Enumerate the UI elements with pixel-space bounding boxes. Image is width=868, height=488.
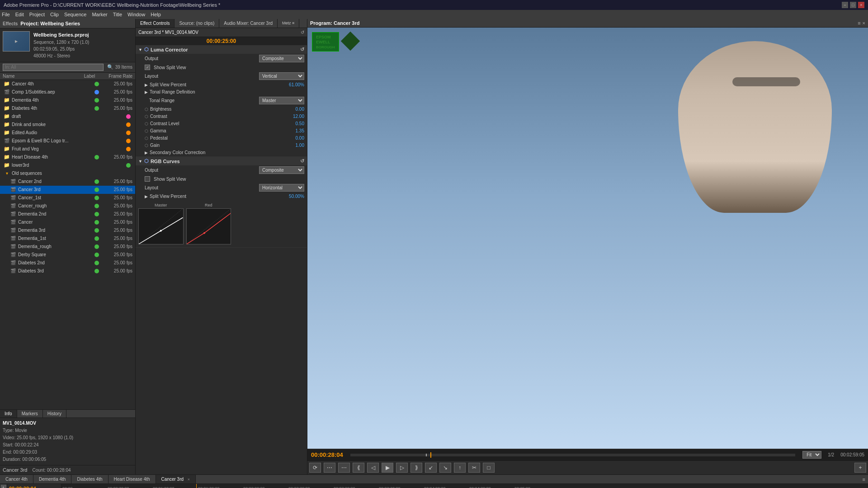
reset-icon[interactable]: ↺ — [301, 30, 304, 35]
tab-meta[interactable]: Metz ≡ — [278, 19, 299, 28]
menu-clip[interactable]: Clip — [50, 12, 59, 17]
gamma-value[interactable]: 1.35 — [277, 128, 304, 133]
menu-project[interactable]: Project — [29, 12, 45, 17]
step-forward-button[interactable]: ▷ — [396, 463, 408, 473]
program-menu-icon[interactable]: ≡ — [858, 20, 860, 26]
info-tab-info[interactable]: Info — [0, 410, 17, 418]
output-select[interactable]: Composite — [259, 55, 304, 62]
extract-button[interactable]: ✂ — [468, 463, 480, 473]
info-tab-markers[interactable]: Markers — [17, 410, 43, 418]
lift-button[interactable]: ↑ — [454, 463, 466, 473]
list-item[interactable]: 🎬Diabetes 3rd25.00 fps — [0, 267, 135, 275]
list-item[interactable]: 🎬Cancer25.00 fps — [0, 218, 135, 226]
program-close-icon[interactable]: × — [863, 20, 865, 26]
timeline-tab-cancer4[interactable]: Cancer 4th — [0, 475, 33, 483]
list-item[interactable]: 🎬Dementia 2nd25.00 fps — [0, 210, 135, 218]
timeline-playhead[interactable] — [196, 484, 197, 488]
in-point-button[interactable]: ⋯ — [324, 463, 335, 473]
maximize-button[interactable]: □ — [850, 2, 856, 8]
list-item[interactable]: 🎬Epsom & Ewell BC Logo tr... — [0, 137, 135, 145]
overwrite-button[interactable]: ↘ — [439, 463, 451, 473]
list-item[interactable]: 🎬Diabetes 2nd25.00 fps — [0, 259, 135, 267]
list-item[interactable]: 🎬Comp 1/Subtitles.aep25.00 fps — [0, 88, 135, 96]
contrast-value[interactable]: 12.00 — [277, 114, 304, 119]
rgb-reset-icon[interactable]: ↺ — [300, 158, 304, 164]
red-curve-box[interactable] — [186, 208, 231, 244]
list-item[interactable]: 📁Drink and smoke — [0, 121, 135, 129]
label-dot — [94, 155, 99, 160]
luma-reset-icon[interactable]: ↺ — [300, 47, 304, 52]
layout-select[interactable]: Vertical — [259, 72, 304, 80]
menu-title[interactable]: Title — [113, 12, 122, 17]
master-curve-box[interactable] — [138, 208, 184, 244]
list-item[interactable]: 📁Diabetes 4th25.00 fps — [0, 104, 135, 113]
list-item[interactable]: ▾Old sequences — [0, 169, 135, 178]
show-split-checkbox[interactable]: ✓ — [145, 65, 150, 70]
tab-effect-controls[interactable]: Effect Controls — [136, 19, 175, 28]
list-item[interactable]: 📁Edited Audio — [0, 129, 135, 137]
list-item[interactable]: 🎬Dementia_1st25.00 fps — [0, 235, 135, 243]
search-icon[interactable]: 🔍 — [107, 64, 113, 70]
list-item[interactable]: 🎬Dementia 3rd25.00 fps — [0, 226, 135, 235]
contrast-level-value[interactable]: 0.50 — [277, 121, 304, 126]
menu-marker[interactable]: Marker — [92, 12, 107, 17]
close-button[interactable]: × — [858, 2, 864, 8]
secondary-color-label: ▶ Secondary Color Correction — [145, 150, 304, 155]
info-tab-history[interactable]: History — [43, 410, 66, 418]
list-item[interactable]: 📁draft — [0, 113, 135, 121]
pedestal-value[interactable]: 0.00 — [277, 136, 304, 141]
timeline-tab-dementia4[interactable]: Dementia 4th — [33, 475, 71, 483]
play-button[interactable]: ▶ — [382, 463, 393, 473]
rewind-button[interactable]: ⟪ — [353, 463, 364, 473]
luma-corrector-header[interactable]: ▼ ⬡ Luma Corrector ↺ — [136, 45, 307, 54]
step-back-button[interactable]: ◁ — [367, 463, 379, 473]
minimize-button[interactable]: − — [842, 2, 848, 8]
list-item[interactable]: 🎬Cancer_1st25.00 fps — [0, 194, 135, 202]
timeline-tab-heartdisease4[interactable]: Heart Disease 4th — [108, 475, 156, 483]
timeline-menu-icon[interactable]: ≡ — [863, 477, 865, 482]
rgb-layout-select[interactable]: Horizontal — [259, 184, 304, 192]
list-item[interactable]: 📁Fruit and Veg — [0, 145, 135, 153]
menu-edit[interactable]: Edit — [15, 12, 24, 17]
tonal-range-select[interactable]: Master — [259, 97, 304, 104]
tonal-range-def-label: ▶ Tonal Range Definition — [145, 89, 304, 94]
list-item[interactable]: 📁Dementia 4th25.00 fps — [0, 96, 135, 104]
rgb-split-pct-value[interactable]: 50.00% — [277, 194, 304, 199]
list-item[interactable]: 🎬Cancer 3rd25.00 fps — [0, 186, 135, 194]
rgb-curves-header[interactable]: ▼ ⬡ RGB Curves ↺ — [136, 157, 307, 165]
list-item[interactable]: 🎬Derby Square25.00 fps — [0, 251, 135, 259]
menu-sequence[interactable]: Sequence — [64, 12, 87, 17]
list-item[interactable]: 🎬Cancer_rough25.00 fps — [0, 202, 135, 210]
export-button[interactable]: □ — [483, 463, 495, 473]
tab-close-icon[interactable]: × — [188, 477, 190, 482]
titlebar-controls[interactable]: − □ × — [842, 2, 864, 8]
tab-audio-mixer[interactable]: Audio Mixer: Cancer 3rd — [219, 19, 278, 28]
fast-forward-button[interactable]: ⟫ — [410, 463, 422, 473]
search-input[interactable] — [3, 64, 104, 71]
menu-file[interactable]: File — [2, 12, 10, 17]
split-percent-value[interactable]: 61.00% — [277, 82, 304, 87]
out-point-button[interactable]: ⋯ — [338, 463, 350, 473]
tick-2m30s: 00:02:30:00 — [288, 486, 333, 488]
menu-window[interactable]: Window — [127, 12, 145, 17]
rgb-split-checkbox[interactable] — [145, 176, 150, 182]
list-item[interactable]: 🎬Cancer 2nd25.00 fps — [0, 178, 135, 186]
loop-button[interactable]: ⟳ — [309, 463, 321, 473]
list-item[interactable]: 📁Heart Disease 4th25.00 fps — [0, 153, 135, 161]
timeline-tab-diabetes4[interactable]: Diabetes 4th — [71, 475, 108, 483]
fit-select[interactable]: Fit — [802, 451, 821, 459]
insert-button[interactable]: ↙ — [425, 463, 437, 473]
folder-icon: 📁 — [4, 81, 10, 87]
gain-value[interactable]: 1.00 — [277, 143, 304, 148]
safe-margin-button[interactable]: + — [854, 463, 866, 473]
menu-help[interactable]: Help — [151, 12, 161, 17]
brightness-value[interactable]: 0.00 — [277, 107, 304, 112]
select-tool[interactable]: ↖ — [1, 485, 6, 488]
tab-source[interactable]: Source: (no clips) — [175, 19, 219, 28]
info-end: End: 00:00:29:03 — [3, 449, 132, 456]
list-item[interactable]: 🎬Dementia_rough25.00 fps — [0, 243, 135, 251]
rgb-output-select[interactable]: Composite — [259, 166, 304, 174]
timeline-tab-cancer3[interactable]: Cancer 3rd × — [156, 475, 196, 483]
list-item[interactable]: 📁lower3rd — [0, 161, 135, 169]
list-item[interactable]: 📁Cancer 4th25.00 fps — [0, 80, 135, 88]
